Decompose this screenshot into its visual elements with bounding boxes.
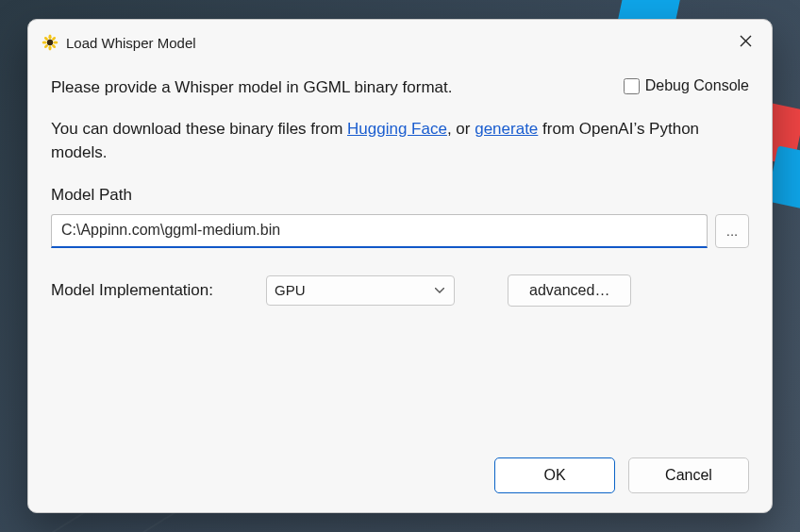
svg-point-0: [47, 40, 53, 45]
desc-mid: , or: [447, 120, 475, 138]
top-row: Please provide a Whisper model in GGML b…: [51, 76, 749, 100]
implementation-select[interactable]: GPU: [266, 275, 455, 306]
titlebar: Load Whisper Model: [28, 20, 772, 59]
model-path-input[interactable]: [51, 214, 708, 248]
implementation-row: Model Implementation: GPU advanced…: [51, 274, 749, 307]
svg-point-4: [53, 41, 58, 43]
load-whisper-model-dialog: Load Whisper Model Please provide a Whis…: [27, 19, 773, 513]
sunflower-icon: [42, 34, 58, 51]
browse-button[interactable]: ...: [715, 214, 749, 248]
advanced-button[interactable]: advanced…: [508, 274, 631, 307]
download-description: You can download these binary files from…: [51, 117, 749, 165]
debug-console-checkbox[interactable]: [624, 78, 640, 94]
close-button[interactable]: [732, 29, 758, 56]
close-icon: [740, 34, 752, 51]
cancel-button[interactable]: Cancel: [628, 457, 749, 493]
hugging-face-link[interactable]: Hugging Face: [347, 120, 447, 138]
model-path-row: ...: [51, 214, 749, 248]
implementation-label: Model Implementation:: [51, 281, 240, 300]
dialog-title: Load Whisper Model: [66, 35, 196, 51]
debug-console-checkbox-group: Debug Console: [624, 77, 749, 94]
desc-pre: You can download these binary files from: [51, 120, 347, 138]
dialog-content: Please provide a Whisper model in GGML b…: [28, 59, 772, 444]
title-left: Load Whisper Model: [42, 34, 196, 51]
svg-point-1: [48, 35, 51, 40]
instruction-text: Please provide a Whisper model in GGML b…: [51, 76, 453, 100]
debug-console-label[interactable]: Debug Console: [645, 77, 749, 94]
svg-point-3: [42, 41, 47, 43]
generate-link[interactable]: generate: [475, 120, 538, 138]
svg-point-2: [48, 45, 51, 50]
ok-button[interactable]: OK: [494, 457, 615, 493]
dialog-footer: OK Cancel: [28, 444, 772, 512]
model-path-label: Model Path: [51, 186, 749, 205]
